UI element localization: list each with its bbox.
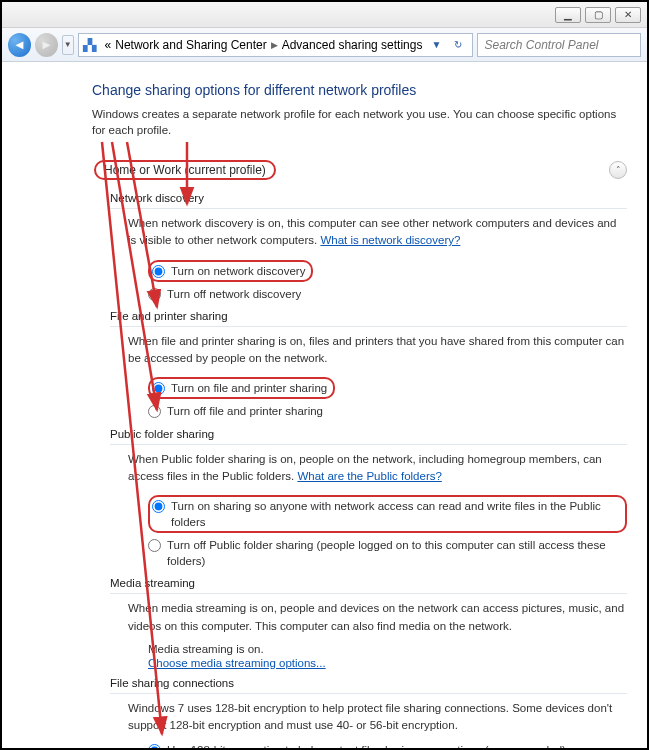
- minimize-button[interactable]: ▁: [555, 7, 581, 23]
- section-file-sharing-connections: File sharing connections Windows 7 uses …: [110, 677, 627, 750]
- radio-fpshare-off[interactable]: [148, 405, 161, 418]
- search-placeholder: Search Control Panel: [484, 38, 598, 52]
- section-title: File and printer sharing: [110, 310, 627, 327]
- back-button[interactable]: ◄: [8, 33, 31, 57]
- section-title: Public folder sharing: [110, 428, 627, 445]
- radio-label: Turn off file and printer sharing: [167, 403, 323, 419]
- radio-label: Turn on file and printer sharing: [171, 380, 327, 396]
- breadcrumb-item-1[interactable]: Network and Sharing Center: [115, 38, 266, 52]
- radio-netdisc-on[interactable]: [152, 265, 165, 278]
- option-row: Turn off file and printer sharing: [148, 403, 627, 419]
- page-title: Change sharing options for different net…: [92, 82, 627, 98]
- media-status: Media streaming is on.: [148, 643, 627, 655]
- radio-fpshare-on[interactable]: [152, 382, 165, 395]
- collapse-button[interactable]: ˄: [609, 161, 627, 179]
- breadcrumb-root[interactable]: «: [105, 38, 112, 52]
- address-dropdown-icon[interactable]: ▼: [426, 35, 446, 55]
- link-what-is-network-discovery[interactable]: What is network discovery?: [320, 234, 460, 246]
- section-desc: Windows 7 uses 128-bit encryption to hel…: [128, 700, 627, 735]
- search-input[interactable]: Search Control Panel: [477, 33, 641, 57]
- page-description: Windows creates a separate network profi…: [92, 106, 627, 138]
- option-row: Use 128-bit encryption to help protect f…: [148, 742, 627, 750]
- annotation-highlight-pubfolder-on: Turn on sharing so anyone with network a…: [148, 495, 627, 533]
- section-public-folder-sharing: Public folder sharing When Public folder…: [110, 428, 627, 570]
- close-button[interactable]: ✕: [615, 7, 641, 23]
- annotation-highlight-fpshare-on: Turn on file and printer sharing: [148, 377, 335, 399]
- radio-label: Turn off Public folder sharing (people l…: [167, 537, 627, 569]
- radio-pubfolder-on[interactable]: [152, 500, 165, 513]
- annotation-highlight-netdisc-on: Turn on network discovery: [148, 260, 313, 282]
- chevron-right-icon: ▶: [271, 40, 278, 50]
- option-row: Turn off network discovery: [148, 286, 627, 302]
- radio-label: Turn off network discovery: [167, 286, 301, 302]
- refresh-button[interactable]: ↻: [448, 35, 468, 55]
- section-desc: When media streaming is on, people and d…: [128, 600, 627, 635]
- radio-enc128[interactable]: [148, 744, 161, 750]
- navigation-bar: ◄ ► ▼ ▞▖ « Network and Sharing Center ▶ …: [2, 28, 647, 62]
- section-title: Media streaming: [110, 577, 627, 594]
- radio-pubfolder-off[interactable]: [148, 539, 161, 552]
- section-file-printer-sharing: File and printer sharing When file and p…: [110, 310, 627, 420]
- section-desc: When Public folder sharing is on, people…: [128, 451, 627, 486]
- window-titlebar: ▁ ▢ ✕: [2, 2, 647, 28]
- radio-label: Use 128-bit encryption to help protect f…: [167, 742, 566, 750]
- annotation-highlight-profile: Home or Work (current profile): [94, 160, 276, 180]
- radio-netdisc-off[interactable]: [148, 288, 161, 301]
- profile-header[interactable]: Home or Work (current profile) ˄: [92, 156, 627, 184]
- forward-button[interactable]: ►: [35, 33, 58, 57]
- section-media-streaming: Media streaming When media streaming is …: [110, 577, 627, 669]
- section-desc: When file and printer sharing is on, fil…: [128, 333, 627, 368]
- network-icon: ▞▖: [83, 38, 101, 52]
- maximize-button[interactable]: ▢: [585, 7, 611, 23]
- content-pane: Change sharing options for different net…: [2, 62, 647, 750]
- link-media-streaming-options[interactable]: Choose media streaming options...: [148, 657, 326, 669]
- section-title: Network discovery: [110, 192, 627, 209]
- history-dropdown[interactable]: ▼: [62, 35, 74, 55]
- radio-label: Turn on network discovery: [171, 263, 305, 279]
- section-desc: When network discovery is on, this compu…: [128, 215, 627, 250]
- link-what-are-public-folders[interactable]: What are the Public folders?: [297, 470, 441, 482]
- breadcrumb-item-2[interactable]: Advanced sharing settings: [282, 38, 423, 52]
- address-bar[interactable]: ▞▖ « Network and Sharing Center ▶ Advanc…: [78, 33, 474, 57]
- profile-header-label: Home or Work (current profile): [104, 163, 266, 177]
- section-title: File sharing connections: [110, 677, 627, 694]
- section-network-discovery: Network discovery When network discovery…: [110, 192, 627, 302]
- radio-label: Turn on sharing so anyone with network a…: [171, 498, 619, 530]
- option-row: Turn off Public folder sharing (people l…: [148, 537, 627, 569]
